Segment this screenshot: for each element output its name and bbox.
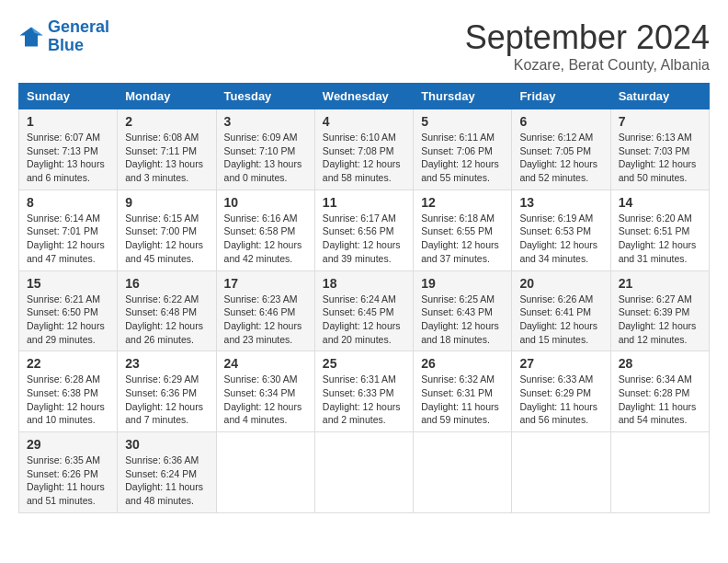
day-info: Sunrise: 6:18 AM Sunset: 6:55 PM Dayligh… xyxy=(421,212,504,266)
calendar-cell: 20 Sunrise: 6:26 AM Sunset: 6:41 PM Dayl… xyxy=(512,270,610,351)
day-info: Sunrise: 6:23 AM Sunset: 6:46 PM Dayligh… xyxy=(224,293,307,347)
calendar-cell xyxy=(314,432,413,513)
day-number: 3 xyxy=(224,114,307,129)
calendar-cell xyxy=(216,432,314,513)
day-number: 1 xyxy=(27,114,109,129)
day-number: 15 xyxy=(27,276,109,291)
day-number: 5 xyxy=(421,114,504,129)
day-info: Sunrise: 6:14 AM Sunset: 7:01 PM Dayligh… xyxy=(27,212,109,266)
calendar-cell: 23 Sunrise: 6:29 AM Sunset: 6:36 PM Dayl… xyxy=(118,351,216,432)
day-number: 19 xyxy=(421,276,504,291)
calendar-cell: 13 Sunrise: 6:19 AM Sunset: 6:53 PM Dayl… xyxy=(512,190,610,270)
weekday-header: Monday xyxy=(118,84,216,109)
day-number: 20 xyxy=(519,276,602,291)
day-number: 14 xyxy=(619,195,701,210)
day-info: Sunrise: 6:28 AM Sunset: 6:38 PM Dayligh… xyxy=(27,373,109,427)
day-number: 4 xyxy=(323,114,405,129)
day-info: Sunrise: 6:11 AM Sunset: 7:06 PM Dayligh… xyxy=(421,131,504,185)
calendar-cell: 26 Sunrise: 6:32 AM Sunset: 6:31 PM Dayl… xyxy=(414,351,512,432)
day-info: Sunrise: 6:25 AM Sunset: 6:43 PM Dayligh… xyxy=(421,293,504,347)
calendar-cell: 15 Sunrise: 6:21 AM Sunset: 6:50 PM Dayl… xyxy=(19,270,118,351)
calendar-cell: 25 Sunrise: 6:31 AM Sunset: 6:33 PM Dayl… xyxy=(314,351,413,432)
day-number: 2 xyxy=(125,114,208,129)
day-info: Sunrise: 6:33 AM Sunset: 6:29 PM Dayligh… xyxy=(519,373,602,427)
day-info: Sunrise: 6:24 AM Sunset: 6:45 PM Dayligh… xyxy=(323,293,405,347)
day-info: Sunrise: 6:19 AM Sunset: 6:53 PM Dayligh… xyxy=(519,212,602,266)
day-number: 21 xyxy=(619,276,701,291)
day-info: Sunrise: 6:10 AM Sunset: 7:08 PM Dayligh… xyxy=(323,131,405,185)
day-info: Sunrise: 6:12 AM Sunset: 7:05 PM Dayligh… xyxy=(519,131,602,185)
day-info: Sunrise: 6:22 AM Sunset: 6:48 PM Dayligh… xyxy=(125,293,208,347)
calendar-cell xyxy=(610,432,709,513)
calendar-cell: 19 Sunrise: 6:25 AM Sunset: 6:43 PM Dayl… xyxy=(414,270,512,351)
logo: General Blue xyxy=(18,18,109,55)
calendar-cell: 2 Sunrise: 6:08 AM Sunset: 7:11 PM Dayli… xyxy=(118,109,216,190)
calendar-cell: 8 Sunrise: 6:14 AM Sunset: 7:01 PM Dayli… xyxy=(19,190,118,270)
calendar-cell xyxy=(512,432,610,513)
day-number: 26 xyxy=(421,356,504,371)
day-number: 8 xyxy=(27,195,109,210)
logo-icon xyxy=(18,24,44,50)
calendar-week-row: 15 Sunrise: 6:21 AM Sunset: 6:50 PM Dayl… xyxy=(19,270,710,351)
calendar-cell: 24 Sunrise: 6:30 AM Sunset: 6:34 PM Dayl… xyxy=(216,351,314,432)
calendar-week-row: 29 Sunrise: 6:35 AM Sunset: 6:26 PM Dayl… xyxy=(19,432,710,513)
calendar-cell: 14 Sunrise: 6:20 AM Sunset: 6:51 PM Dayl… xyxy=(610,190,709,270)
calendar-cell: 16 Sunrise: 6:22 AM Sunset: 6:48 PM Dayl… xyxy=(118,270,216,351)
month-title: September 2024 xyxy=(465,18,710,57)
day-number: 23 xyxy=(125,356,208,371)
calendar-cell: 10 Sunrise: 6:16 AM Sunset: 6:58 PM Dayl… xyxy=(216,190,314,270)
day-number: 27 xyxy=(519,356,602,371)
weekday-header: Saturday xyxy=(610,84,709,109)
day-info: Sunrise: 6:31 AM Sunset: 6:33 PM Dayligh… xyxy=(323,373,405,427)
day-info: Sunrise: 6:30 AM Sunset: 6:34 PM Dayligh… xyxy=(224,373,307,427)
day-number: 28 xyxy=(619,356,701,371)
day-info: Sunrise: 6:08 AM Sunset: 7:11 PM Dayligh… xyxy=(125,131,208,185)
day-info: Sunrise: 6:21 AM Sunset: 6:50 PM Dayligh… xyxy=(27,293,109,347)
calendar-cell: 12 Sunrise: 6:18 AM Sunset: 6:55 PM Dayl… xyxy=(414,190,512,270)
day-info: Sunrise: 6:26 AM Sunset: 6:41 PM Dayligh… xyxy=(519,293,602,347)
day-info: Sunrise: 6:34 AM Sunset: 6:28 PM Dayligh… xyxy=(619,373,701,427)
day-number: 9 xyxy=(125,195,208,210)
calendar-cell: 6 Sunrise: 6:12 AM Sunset: 7:05 PM Dayli… xyxy=(512,109,610,190)
logo-text: General Blue xyxy=(48,18,109,55)
calendar-cell: 1 Sunrise: 6:07 AM Sunset: 7:13 PM Dayli… xyxy=(19,109,118,190)
day-number: 6 xyxy=(519,114,602,129)
day-info: Sunrise: 6:17 AM Sunset: 6:56 PM Dayligh… xyxy=(323,212,405,266)
weekday-header: Friday xyxy=(512,84,610,109)
calendar-week-row: 22 Sunrise: 6:28 AM Sunset: 6:38 PM Dayl… xyxy=(19,351,710,432)
day-info: Sunrise: 6:09 AM Sunset: 7:10 PM Dayligh… xyxy=(224,131,307,185)
calendar-cell: 11 Sunrise: 6:17 AM Sunset: 6:56 PM Dayl… xyxy=(314,190,413,270)
calendar-cell: 27 Sunrise: 6:33 AM Sunset: 6:29 PM Dayl… xyxy=(512,351,610,432)
calendar-cell: 30 Sunrise: 6:36 AM Sunset: 6:24 PM Dayl… xyxy=(118,432,216,513)
calendar-table: SundayMondayTuesdayWednesdayThursdayFrid… xyxy=(18,83,710,513)
calendar-week-row: 1 Sunrise: 6:07 AM Sunset: 7:13 PM Dayli… xyxy=(19,109,710,190)
day-number: 25 xyxy=(323,356,405,371)
calendar-cell: 28 Sunrise: 6:34 AM Sunset: 6:28 PM Dayl… xyxy=(610,351,709,432)
day-number: 12 xyxy=(421,195,504,210)
day-info: Sunrise: 6:16 AM Sunset: 6:58 PM Dayligh… xyxy=(224,212,307,266)
calendar-header-row: SundayMondayTuesdayWednesdayThursdayFrid… xyxy=(19,84,710,109)
calendar-cell: 29 Sunrise: 6:35 AM Sunset: 6:26 PM Dayl… xyxy=(19,432,118,513)
title-block: September 2024 Kozare, Berat County, Alb… xyxy=(465,18,710,74)
day-number: 18 xyxy=(323,276,405,291)
calendar-cell: 18 Sunrise: 6:24 AM Sunset: 6:45 PM Dayl… xyxy=(314,270,413,351)
weekday-header: Wednesday xyxy=(314,84,413,109)
calendar-cell: 5 Sunrise: 6:11 AM Sunset: 7:06 PM Dayli… xyxy=(414,109,512,190)
day-info: Sunrise: 6:20 AM Sunset: 6:51 PM Dayligh… xyxy=(619,212,701,266)
day-number: 30 xyxy=(125,437,208,452)
day-number: 11 xyxy=(323,195,405,210)
day-number: 22 xyxy=(27,356,109,371)
day-info: Sunrise: 6:15 AM Sunset: 7:00 PM Dayligh… xyxy=(125,212,208,266)
day-info: Sunrise: 6:13 AM Sunset: 7:03 PM Dayligh… xyxy=(619,131,701,185)
calendar-cell xyxy=(414,432,512,513)
calendar-cell: 9 Sunrise: 6:15 AM Sunset: 7:00 PM Dayli… xyxy=(118,190,216,270)
day-number: 29 xyxy=(27,437,109,452)
calendar-cell: 17 Sunrise: 6:23 AM Sunset: 6:46 PM Dayl… xyxy=(216,270,314,351)
day-info: Sunrise: 6:07 AM Sunset: 7:13 PM Dayligh… xyxy=(27,131,109,185)
calendar-week-row: 8 Sunrise: 6:14 AM Sunset: 7:01 PM Dayli… xyxy=(19,190,710,270)
calendar-cell: 7 Sunrise: 6:13 AM Sunset: 7:03 PM Dayli… xyxy=(610,109,709,190)
day-number: 24 xyxy=(224,356,307,371)
calendar-cell: 3 Sunrise: 6:09 AM Sunset: 7:10 PM Dayli… xyxy=(216,109,314,190)
day-info: Sunrise: 6:32 AM Sunset: 6:31 PM Dayligh… xyxy=(421,373,504,427)
day-info: Sunrise: 6:29 AM Sunset: 6:36 PM Dayligh… xyxy=(125,373,208,427)
